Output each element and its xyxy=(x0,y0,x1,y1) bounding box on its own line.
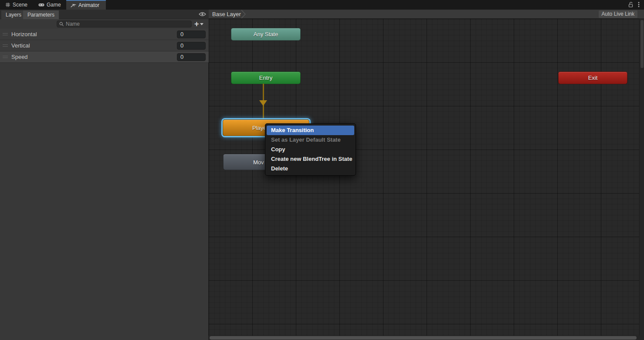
node-label: Playe xyxy=(252,125,267,131)
drag-handle-icon[interactable] xyxy=(3,33,8,35)
vertical-scrollbar-thumb[interactable] xyxy=(641,20,644,68)
transition-arrowhead-icon xyxy=(259,100,267,106)
node-label: Any State xyxy=(254,31,278,37)
parameter-list: Horizontal 0 Vertical 0 Speed 0 xyxy=(0,29,209,63)
add-parameter-button[interactable]: + xyxy=(194,19,203,29)
context-menu: Make Transition Set as Layer Default Sta… xyxy=(265,123,356,176)
parameter-value-field[interactable]: 0 xyxy=(177,42,206,50)
parameter-row-horizontal[interactable]: Horizontal 0 xyxy=(0,29,209,40)
vertical-scrollbar[interactable] xyxy=(639,19,644,336)
menu-item-copy[interactable]: Copy xyxy=(267,145,354,154)
state-machine-canvas[interactable] xyxy=(209,19,639,336)
horizontal-scrollbar[interactable] xyxy=(209,336,644,340)
parameter-value-field[interactable]: 0 xyxy=(177,31,206,38)
tab-animator[interactable]: Animator xyxy=(66,0,106,10)
parameter-name: Speed xyxy=(11,54,28,60)
breadcrumb-bar: Base Layer Auto Live Link xyxy=(209,10,644,19)
search-icon xyxy=(59,22,64,27)
tab-parameters[interactable]: Parameters xyxy=(23,10,59,19)
animator-side-panel: Layers Parameters + Horizontal 0 Vertica… xyxy=(0,10,209,340)
auto-live-link-button[interactable]: Auto Live Link xyxy=(599,10,637,18)
animator-icon xyxy=(71,3,76,8)
parameter-row-speed[interactable]: Speed 0 xyxy=(0,51,209,63)
tab-animator-label: Animator xyxy=(78,2,99,8)
horizontal-scrollbar-thumb[interactable] xyxy=(210,336,637,340)
node-label: Exit xyxy=(588,75,598,81)
breadcrumb[interactable]: Base Layer xyxy=(212,10,241,19)
panel-toolbar: Layers Parameters xyxy=(0,10,209,19)
state-node-any-state[interactable]: Any State xyxy=(231,28,301,41)
kebab-menu-icon[interactable] xyxy=(638,1,640,8)
lock-icon[interactable] xyxy=(628,1,634,8)
search-input[interactable] xyxy=(66,21,179,27)
scene-grid-icon xyxy=(5,2,10,7)
parameter-name: Horizontal xyxy=(11,31,37,37)
menu-item-set-default-state: Set as Layer Default State xyxy=(267,135,354,145)
drag-handle-icon[interactable] xyxy=(3,56,8,58)
node-label: Mov xyxy=(253,159,264,166)
search-field[interactable] xyxy=(57,20,192,27)
chevron-down-icon xyxy=(200,23,203,25)
eye-icon[interactable] xyxy=(199,11,206,17)
tab-game[interactable]: Game xyxy=(34,0,65,10)
parameter-name: Vertical xyxy=(11,42,30,49)
node-label: Entry xyxy=(259,75,272,81)
breadcrumb-chevron-icon xyxy=(241,10,246,18)
tab-scene-label: Scene xyxy=(13,2,27,8)
parameter-value-field[interactable]: 0 xyxy=(177,53,206,61)
menu-item-make-transition[interactable]: Make Transition xyxy=(267,126,354,135)
plus-icon: + xyxy=(194,20,199,28)
tab-game-label: Game xyxy=(47,2,61,8)
window-tab-bar: Scene Game Animator xyxy=(0,0,644,10)
tab-layers[interactable]: Layers xyxy=(1,10,26,19)
parameter-row-vertical[interactable]: Vertical 0 xyxy=(0,40,209,51)
drag-handle-icon[interactable] xyxy=(3,44,8,47)
menu-item-delete[interactable]: Delete xyxy=(267,164,354,173)
state-node-entry[interactable]: Entry xyxy=(231,71,301,84)
state-node-exit[interactable]: Exit xyxy=(558,71,627,84)
menu-item-create-blendtree[interactable]: Create new BlendTree in State xyxy=(267,154,354,164)
tab-scene[interactable]: Scene xyxy=(1,0,32,10)
gamepad-icon xyxy=(38,2,44,7)
parameter-search-row: + xyxy=(0,19,209,29)
